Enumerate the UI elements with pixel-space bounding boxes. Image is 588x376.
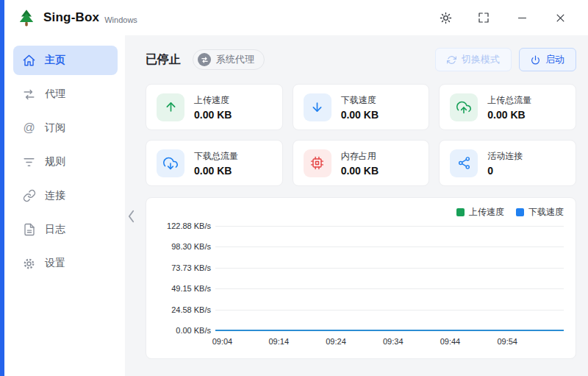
- legend-swatch-upload: [456, 208, 465, 216]
- proxy-swap-icon: [22, 88, 36, 102]
- accent-strip: [0, 0, 4, 376]
- app-title: Sing-Box: [43, 10, 99, 25]
- refresh-icon: [447, 55, 456, 65]
- stat-card-download-speed: 下载速度 0.00 KB: [293, 84, 430, 130]
- legend-item-upload[interactable]: 上传速度: [456, 206, 504, 219]
- y-axis-tick: 122.88 KB/s: [157, 221, 211, 230]
- chart-series-svg: [215, 226, 564, 330]
- sidebar-item-subscription[interactable]: @ 订阅: [13, 113, 118, 143]
- app-subtitle: Windows: [104, 15, 137, 24]
- x-axis-tick: 09:54: [497, 337, 517, 346]
- sidebar-item-logs[interactable]: 日志: [13, 215, 118, 244]
- stat-value: 0.00 KB: [341, 165, 379, 177]
- stat-label: 活动连接: [487, 150, 523, 163]
- traffic-chart-card: 上传速度 下载速度 122.88 KB/s 98.30 KB/s: [146, 197, 576, 359]
- header-buttons: 切换模式 启动: [435, 48, 576, 71]
- sidebar-item-label: 日志: [45, 223, 65, 236]
- y-axis-tick: 0.00 KB/s: [157, 326, 211, 335]
- expand-fullscreen-icon[interactable]: [465, 0, 503, 35]
- chart-x-axis: 09:04 09:14 09:24 09:34 09:44 09:54: [215, 335, 564, 351]
- sidebar-item-proxy[interactable]: 代理: [13, 79, 118, 109]
- sidebar-item-label: 代理: [45, 88, 65, 101]
- legend-label-upload: 上传速度: [469, 206, 504, 219]
- start-button[interactable]: 启动: [519, 48, 576, 71]
- system-proxy-chip[interactable]: 系统代理: [193, 49, 265, 70]
- settings-gear-icon: [22, 257, 36, 271]
- sidebar: 主页 代理 @ 订阅 规则: [0, 35, 125, 376]
- active-connections-icon: [450, 149, 478, 177]
- stat-card-active-connections: 活动连接 0: [439, 140, 576, 186]
- app-window: Sing-Box Windows: [0, 0, 588, 376]
- legend-label-download: 下载速度: [528, 206, 564, 219]
- logs-document-icon: [22, 223, 36, 237]
- sidebar-collapse-handle[interactable]: [126, 207, 136, 226]
- close-icon[interactable]: [541, 0, 579, 35]
- body-row: 主页 代理 @ 订阅 规则: [0, 35, 588, 376]
- sidebar-item-label: 规则: [45, 155, 65, 169]
- chart-legend: 上传速度 下载速度: [456, 206, 564, 219]
- stat-card-memory: 内存占用 0.00 KB: [293, 140, 430, 186]
- stat-value: 0.00 KB: [341, 109, 379, 121]
- y-axis-tick: 98.30 KB/s: [157, 242, 211, 251]
- stat-label: 下载速度: [341, 94, 379, 107]
- x-axis-tick: 09:34: [383, 337, 404, 346]
- download-cloud-icon: [157, 149, 184, 177]
- sidebar-item-connections[interactable]: 连接: [13, 181, 118, 210]
- stat-value: 0.00 KB: [194, 109, 232, 121]
- rules-filter-icon: [22, 155, 36, 169]
- x-axis-tick: 09:04: [212, 337, 233, 346]
- sidebar-item-settings[interactable]: 设置: [13, 249, 118, 278]
- stat-value: 0.00 KB: [487, 109, 531, 121]
- y-axis-tick: 49.15 KB/s: [157, 284, 211, 293]
- sidebar-item-label: 设置: [45, 257, 65, 270]
- legend-swatch-download: [516, 208, 524, 216]
- y-axis-tick: 24.58 KB/s: [157, 305, 211, 314]
- stat-label: 内存占用: [341, 150, 379, 163]
- upload-speed-arrow-icon: [157, 93, 184, 121]
- chart-plot-area: 122.88 KB/s 98.30 KB/s 73.73 KB/s 49.15 …: [215, 226, 564, 330]
- status-text: 已停止: [146, 52, 181, 68]
- stat-card-download-total: 下载总流量 0.00 KB: [146, 140, 283, 186]
- stat-card-upload-total: 上传总流量 0.00 KB: [439, 84, 576, 130]
- app-logo-tree-icon: [16, 7, 37, 28]
- stat-label: 上传总流量: [487, 94, 531, 107]
- stat-value: 0.00 KB: [194, 165, 238, 177]
- theme-sun-icon[interactable]: [426, 0, 465, 35]
- stat-label: 下载总流量: [194, 150, 238, 163]
- system-proxy-label: 系统代理: [216, 53, 254, 66]
- titlebar: Sing-Box Windows: [0, 0, 588, 35]
- connections-link-icon: [22, 189, 36, 203]
- memory-cpu-icon: [304, 149, 331, 177]
- y-axis-tick: 73.73 KB/s: [157, 263, 211, 272]
- system-proxy-icon: [198, 53, 211, 66]
- switch-mode-button[interactable]: 切换模式: [435, 48, 512, 71]
- stat-card-upload-speed: 上传速度 0.00 KB: [146, 84, 283, 130]
- power-icon: [531, 55, 540, 65]
- switch-mode-label: 切换模式: [462, 53, 500, 66]
- sidebar-item-home[interactable]: 主页: [13, 46, 118, 75]
- sidebar-item-label: 连接: [45, 189, 65, 202]
- stat-value: 0: [487, 165, 523, 177]
- download-speed-arrow-icon: [304, 93, 331, 121]
- stat-label: 上传速度: [194, 94, 232, 107]
- x-axis-tick: 09:44: [440, 337, 461, 346]
- window-controls: [426, 0, 588, 35]
- upload-cloud-icon: [450, 93, 478, 121]
- home-icon: [22, 54, 36, 68]
- sidebar-item-label: 主页: [45, 54, 65, 67]
- legend-item-download[interactable]: 下载速度: [516, 206, 564, 219]
- minimize-icon[interactable]: [503, 0, 541, 35]
- main-content: 已停止 系统代理: [125, 35, 588, 376]
- start-label: 启动: [545, 53, 564, 66]
- status-header: 已停止 系统代理: [146, 46, 576, 74]
- stats-grid: 上传速度 0.00 KB 下载速度 0.00 KB: [146, 84, 576, 186]
- subscription-at-icon: @: [22, 121, 36, 135]
- sidebar-item-rules[interactable]: 规则: [13, 147, 118, 177]
- sidebar-item-label: 订阅: [45, 121, 65, 135]
- x-axis-tick: 09:24: [326, 337, 346, 346]
- x-axis-tick: 09:14: [269, 337, 290, 346]
